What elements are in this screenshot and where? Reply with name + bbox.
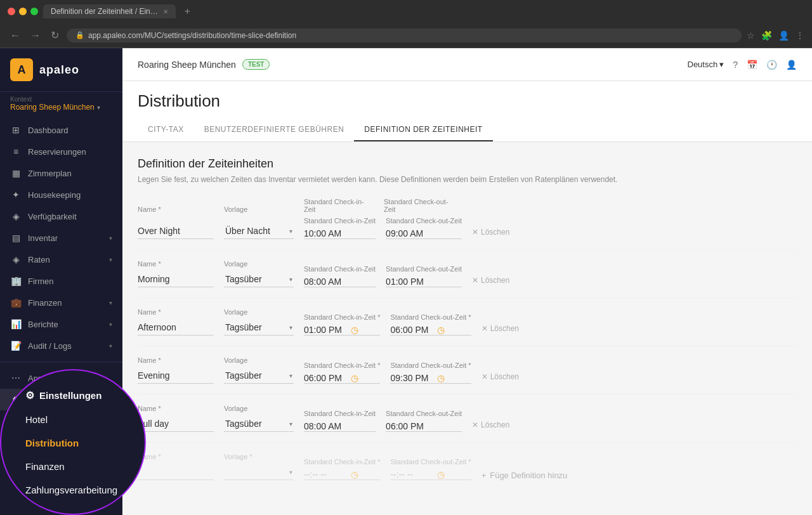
browser-titlebar: Definition der Zeiteinheit / Ein… ✕ + bbox=[0, 0, 812, 23]
field-checkin-overnight: Standard Check-in-Zeit 10:00 AM bbox=[304, 217, 376, 239]
forward-button[interactable]: → bbox=[28, 29, 43, 42]
add-definition-button[interactable]: + Füge Definition hinzu bbox=[481, 471, 568, 480]
select-wrapper-fullday: Tagsüber Über Nacht bbox=[224, 416, 294, 432]
back-button[interactable]: ← bbox=[8, 29, 23, 42]
tab-city-tax[interactable]: CITY-TAX bbox=[138, 119, 194, 141]
select-vorlage-evening[interactable]: Tagsüber Über Nacht bbox=[224, 368, 294, 384]
field-checkin-morning: Standard Check-in-Zeit 08:00 AM bbox=[304, 265, 376, 287]
extensions-icon[interactable]: 🧩 bbox=[761, 30, 772, 41]
clock-icon-checkin-new[interactable]: ◷ bbox=[351, 469, 358, 479]
clock-icon-checkout-new[interactable]: ◷ bbox=[437, 469, 445, 479]
sidebar-item-finanzen[interactable]: 💼 Finanzen ▾ bbox=[0, 292, 122, 313]
field-name-overnight bbox=[138, 223, 214, 239]
finanzen-icon: 💼 bbox=[10, 297, 22, 308]
tab-close-icon[interactable]: ✕ bbox=[163, 8, 168, 15]
tab-benutzerdefinierte-gebuehren[interactable]: BENUTZERDEFINIERTE GEBÜHREN bbox=[194, 119, 355, 141]
add-label: Füge Definition hinzu bbox=[490, 471, 567, 480]
row-fullday: Name * Vorlage Tagsüber Über Nacht Stand… bbox=[138, 405, 797, 443]
url-bar[interactable]: 🔒 app.apaleo.com/MUC/settings/distributi… bbox=[67, 29, 742, 42]
topbar-right: Deutsch ▾ ? 📅 🕐 👤 bbox=[688, 60, 797, 70]
select-vorlage-morning[interactable]: Tagsüber Über Nacht bbox=[224, 271, 294, 287]
field-name-morning: Name * bbox=[138, 260, 214, 287]
inventar-arrow: ▾ bbox=[109, 235, 112, 242]
sidebar-label-verfuegbarkeit: Verfügbarkeit bbox=[28, 212, 77, 221]
input-name-morning[interactable] bbox=[138, 271, 214, 287]
val-checkin-afternoon: 01:00 PM bbox=[304, 325, 348, 335]
section-description: Legen Sie fest, zu welchen Zeiten das In… bbox=[138, 174, 797, 185]
close-dot[interactable] bbox=[8, 8, 15, 15]
sidebar-item-raten[interactable]: ◈ Raten ▾ bbox=[0, 249, 122, 270]
tab-definition-der-zeiteinheit[interactable]: DEFINITION DER ZEITEINHEIT bbox=[354, 119, 492, 141]
input-name-afternoon[interactable] bbox=[138, 320, 214, 336]
delete-morning[interactable]: ✕ Löschen bbox=[472, 276, 509, 287]
val-checkin-fullday: 08:00 AM bbox=[304, 421, 348, 431]
overlay-einstellungen-label: Einstellungen bbox=[39, 390, 102, 401]
overlay-hotel[interactable]: Hotel bbox=[20, 408, 126, 431]
profile-icon[interactable]: 👤 bbox=[778, 30, 789, 41]
context-name[interactable]: Roaring Sheep München ▾ bbox=[10, 103, 112, 112]
section-title: Definition der Zeiteinheiten bbox=[138, 157, 797, 171]
user-icon[interactable]: 👤 bbox=[786, 60, 797, 70]
reload-button[interactable]: ↻ bbox=[48, 28, 62, 42]
field-vorlage-new: Vorlage * Über Nacht Tagsüber bbox=[224, 453, 294, 480]
verfuegbarkeit-icon: ◈ bbox=[10, 211, 22, 222]
tab-bar: CITY-TAX BENUTZERDEFINIERTE GEBÜHREN DEF… bbox=[138, 119, 797, 141]
sidebar-item-audit-logs[interactable]: 📝 Audit / Logs ▾ bbox=[0, 335, 122, 356]
delete-fullday[interactable]: ✕ Löschen bbox=[472, 420, 509, 432]
language-arrow: ▾ bbox=[719, 60, 724, 69]
sidebar-label-audit: Audit / Logs bbox=[28, 341, 72, 351]
sidebar-item-firmen[interactable]: 🏢 Firmen bbox=[0, 270, 122, 292]
bookmark-icon[interactable]: ☆ bbox=[747, 30, 755, 41]
sidebar-label-dashboard: Dashboard bbox=[28, 126, 69, 135]
sidebar-item-zimmerplan[interactable]: ▦ Zimmerplan bbox=[0, 162, 122, 184]
col-vorlage: Vorlage bbox=[224, 205, 294, 213]
delete-label-morning: Löschen bbox=[481, 276, 509, 285]
select-vorlage-overnight[interactable]: Über Nacht Tagsüber bbox=[224, 223, 294, 239]
overlay-distribution-label: Distribution bbox=[25, 438, 79, 448]
clock-icon-checkin-evening[interactable]: ◷ bbox=[351, 373, 358, 383]
row-evening: Name * Vorlage Tagsüber Über Nacht Stand… bbox=[138, 356, 797, 394]
menu-icon[interactable]: ⋮ bbox=[796, 30, 804, 41]
language-selector[interactable]: Deutsch ▾ bbox=[688, 60, 724, 69]
clock-icon-checkout-evening[interactable]: ◷ bbox=[437, 373, 445, 383]
sidebar-item-verfuegbarkeit[interactable]: ◈ Verfügbarkeit bbox=[0, 205, 122, 227]
input-name-evening[interactable] bbox=[138, 368, 214, 384]
delete-x-icon-evening: ✕ bbox=[481, 372, 488, 381]
row-morning: Name * Vorlage Tagsüber Über Nacht Stand… bbox=[138, 260, 797, 298]
select-vorlage-afternoon[interactable]: Tagsüber Über Nacht bbox=[224, 320, 294, 336]
overlay-einstellungen-header[interactable]: ⚙ Einstellungen bbox=[20, 383, 126, 408]
time-checkin-morning: 08:00 AM bbox=[304, 277, 376, 287]
notifications-icon[interactable]: 🕐 bbox=[766, 60, 777, 70]
sidebar-item-housekeeping[interactable]: ✦ Housekeeping bbox=[0, 184, 122, 205]
minimize-dot[interactable] bbox=[19, 8, 27, 15]
delete-overnight[interactable]: ✕ Löschen bbox=[472, 228, 509, 239]
sidebar-item-dashboard[interactable]: ⊞ Dashboard bbox=[0, 119, 122, 141]
calendar-icon[interactable]: 📅 bbox=[747, 60, 757, 70]
select-vorlage-new[interactable]: Über Nacht Tagsüber bbox=[224, 464, 294, 480]
field-checkout-fullday: Standard Check-out-Zeit 06:00 PM bbox=[386, 410, 462, 432]
logo-text: apaleo bbox=[39, 63, 79, 77]
sidebar-item-berichte[interactable]: 📊 Berichte ▾ bbox=[0, 313, 122, 335]
new-tab-button[interactable]: + bbox=[181, 6, 194, 17]
input-name-overnight[interactable] bbox=[138, 223, 214, 239]
maximize-dot[interactable] bbox=[30, 8, 38, 15]
sidebar-item-inventar[interactable]: ▤ Inventar ▾ bbox=[0, 227, 122, 249]
clock-icon-checkout-afternoon[interactable]: ◷ bbox=[437, 325, 445, 335]
clock-icon-checkin-afternoon[interactable]: ◷ bbox=[351, 325, 358, 335]
overlay-menu: ⚙ Einstellungen Hotel Distribution Finan… bbox=[0, 369, 146, 515]
browser-tab[interactable]: Definition der Zeiteinheit / Ein… ✕ bbox=[43, 4, 176, 18]
sidebar-item-reservierungen[interactable]: ≡ Reservierungen bbox=[0, 141, 122, 162]
help-icon[interactable]: ? bbox=[733, 60, 738, 70]
time-checkout-overnight: 09:00 AM bbox=[386, 228, 462, 239]
input-name-new[interactable] bbox=[138, 464, 214, 480]
overlay-finanzen[interactable]: Finanzen bbox=[20, 455, 126, 478]
overlay-distribution[interactable]: Distribution bbox=[20, 431, 126, 455]
label-checkout-overnight: Standard Check-out-Zeit bbox=[386, 217, 462, 225]
delete-afternoon[interactable]: ✕ Löschen bbox=[481, 324, 519, 336]
field-vorlage-morning: Vorlage Tagsüber Über Nacht bbox=[224, 260, 294, 287]
input-name-fullday[interactable] bbox=[138, 416, 214, 432]
val-checkout-new: --:-- -- bbox=[390, 469, 435, 479]
select-vorlage-fullday[interactable]: Tagsüber Über Nacht bbox=[224, 416, 294, 432]
delete-evening[interactable]: ✕ Löschen bbox=[481, 372, 519, 384]
overlay-zahlungsverarbeitung[interactable]: Zahlungsverarbeitung bbox=[20, 478, 126, 502]
